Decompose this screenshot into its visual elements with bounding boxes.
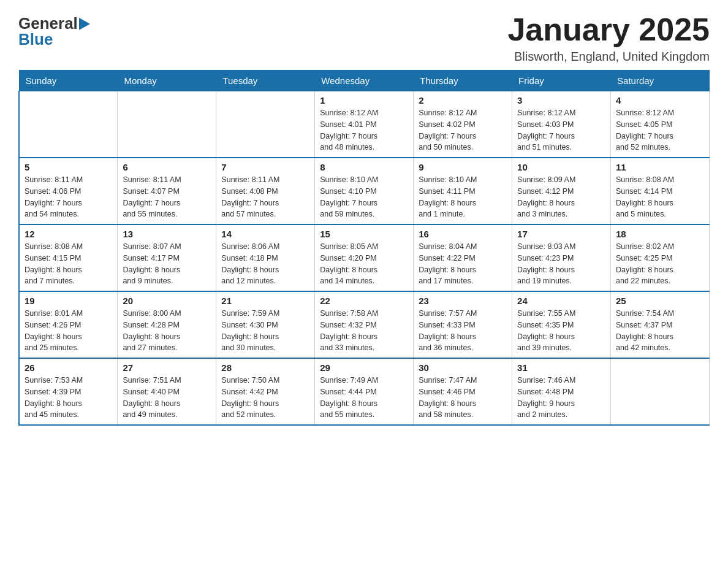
header: General Blue January 2025 Blisworth, Eng… — [18, 12, 710, 64]
title-area: January 2025 Blisworth, England, United … — [507, 12, 710, 64]
calendar-cell: 30Sunrise: 7:47 AM Sunset: 4:46 PM Dayli… — [414, 358, 512, 425]
logo-blue-text: Blue — [18, 30, 53, 48]
calendar-cell — [611, 358, 710, 425]
day-info: Sunrise: 7:55 AM Sunset: 4:35 PM Dayligh… — [517, 308, 605, 354]
day-info: Sunrise: 8:06 AM Sunset: 4:18 PM Dayligh… — [221, 241, 309, 287]
day-number: 10 — [517, 162, 605, 172]
calendar-cell — [19, 91, 118, 158]
calendar-cell: 25Sunrise: 7:54 AM Sunset: 4:37 PM Dayli… — [611, 291, 710, 358]
day-number: 18 — [616, 229, 704, 239]
day-info: Sunrise: 8:05 AM Sunset: 4:20 PM Dayligh… — [320, 241, 408, 287]
column-header-thursday: Thursday — [414, 71, 512, 91]
day-number: 20 — [123, 296, 211, 306]
day-number: 17 — [517, 229, 605, 239]
column-header-friday: Friday — [512, 71, 611, 91]
logo: General Blue — [18, 15, 90, 47]
day-number: 21 — [221, 296, 309, 306]
day-info: Sunrise: 7:57 AM Sunset: 4:33 PM Dayligh… — [419, 308, 507, 354]
calendar-week-row: 5Sunrise: 8:11 AM Sunset: 4:06 PM Daylig… — [19, 158, 710, 224]
day-info: Sunrise: 7:49 AM Sunset: 4:44 PM Dayligh… — [320, 375, 408, 421]
day-info: Sunrise: 8:08 AM Sunset: 4:14 PM Dayligh… — [616, 174, 704, 220]
calendar-cell: 24Sunrise: 7:55 AM Sunset: 4:35 PM Dayli… — [512, 291, 611, 358]
day-info: Sunrise: 8:10 AM Sunset: 4:11 PM Dayligh… — [419, 174, 507, 220]
column-header-saturday: Saturday — [611, 71, 710, 91]
day-info: Sunrise: 8:12 AM Sunset: 4:05 PM Dayligh… — [616, 107, 704, 153]
day-info: Sunrise: 8:04 AM Sunset: 4:22 PM Dayligh… — [419, 241, 507, 287]
column-header-wednesday: Wednesday — [315, 71, 414, 91]
day-info: Sunrise: 7:59 AM Sunset: 4:30 PM Dayligh… — [221, 308, 309, 354]
calendar-cell: 16Sunrise: 8:04 AM Sunset: 4:22 PM Dayli… — [414, 224, 512, 291]
calendar-cell: 19Sunrise: 8:01 AM Sunset: 4:26 PM Dayli… — [19, 291, 118, 358]
day-info: Sunrise: 8:12 AM Sunset: 4:03 PM Dayligh… — [517, 107, 605, 153]
day-info: Sunrise: 7:46 AM Sunset: 4:48 PM Dayligh… — [517, 375, 605, 421]
calendar-cell: 13Sunrise: 8:07 AM Sunset: 4:17 PM Dayli… — [118, 224, 216, 291]
day-info: Sunrise: 7:51 AM Sunset: 4:40 PM Dayligh… — [123, 375, 211, 421]
day-info: Sunrise: 8:09 AM Sunset: 4:12 PM Dayligh… — [517, 174, 605, 220]
day-number: 25 — [616, 296, 704, 306]
day-info: Sunrise: 8:02 AM Sunset: 4:25 PM Dayligh… — [616, 241, 704, 287]
calendar-cell: 7Sunrise: 8:11 AM Sunset: 4:08 PM Daylig… — [216, 158, 315, 224]
day-number: 7 — [221, 162, 309, 172]
calendar-cell: 20Sunrise: 8:00 AM Sunset: 4:28 PM Dayli… — [118, 291, 216, 358]
calendar-cell — [118, 91, 216, 158]
day-number: 22 — [320, 296, 408, 306]
day-number: 16 — [419, 229, 507, 239]
logo-arrow-icon — [79, 18, 90, 30]
calendar-cell: 9Sunrise: 8:10 AM Sunset: 4:11 PM Daylig… — [414, 158, 512, 224]
subtitle: Blisworth, England, United Kingdom — [507, 50, 710, 64]
day-info: Sunrise: 8:11 AM Sunset: 4:08 PM Dayligh… — [221, 174, 309, 220]
day-number: 1 — [320, 95, 408, 105]
calendar: SundayMondayTuesdayWednesdayThursdayFrid… — [18, 70, 710, 426]
calendar-cell: 23Sunrise: 7:57 AM Sunset: 4:33 PM Dayli… — [414, 291, 512, 358]
calendar-cell: 6Sunrise: 8:11 AM Sunset: 4:07 PM Daylig… — [118, 158, 216, 224]
svg-marker-0 — [79, 18, 90, 30]
day-info: Sunrise: 8:00 AM Sunset: 4:28 PM Dayligh… — [123, 308, 211, 354]
calendar-cell: 27Sunrise: 7:51 AM Sunset: 4:40 PM Dayli… — [118, 358, 216, 425]
calendar-cell: 28Sunrise: 7:50 AM Sunset: 4:42 PM Dayli… — [216, 358, 315, 425]
logo-general-text: General — [18, 15, 78, 31]
column-header-monday: Monday — [118, 71, 216, 91]
calendar-cell: 1Sunrise: 8:12 AM Sunset: 4:01 PM Daylig… — [315, 91, 414, 158]
calendar-cell: 14Sunrise: 8:06 AM Sunset: 4:18 PM Dayli… — [216, 224, 315, 291]
day-info: Sunrise: 8:07 AM Sunset: 4:17 PM Dayligh… — [123, 241, 211, 287]
day-number: 24 — [517, 296, 605, 306]
day-number: 27 — [123, 362, 211, 373]
calendar-cell: 12Sunrise: 8:08 AM Sunset: 4:15 PM Dayli… — [19, 224, 118, 291]
calendar-cell: 18Sunrise: 8:02 AM Sunset: 4:25 PM Dayli… — [611, 224, 710, 291]
calendar-cell: 4Sunrise: 8:12 AM Sunset: 4:05 PM Daylig… — [611, 91, 710, 158]
calendar-cell: 17Sunrise: 8:03 AM Sunset: 4:23 PM Dayli… — [512, 224, 611, 291]
calendar-cell: 5Sunrise: 8:11 AM Sunset: 4:06 PM Daylig… — [19, 158, 118, 224]
calendar-cell: 22Sunrise: 7:58 AM Sunset: 4:32 PM Dayli… — [315, 291, 414, 358]
calendar-header-row: SundayMondayTuesdayWednesdayThursdayFrid… — [19, 71, 710, 91]
calendar-week-row: 12Sunrise: 8:08 AM Sunset: 4:15 PM Dayli… — [19, 224, 710, 291]
calendar-cell: 10Sunrise: 8:09 AM Sunset: 4:12 PM Dayli… — [512, 158, 611, 224]
day-number: 14 — [221, 229, 309, 239]
day-info: Sunrise: 8:12 AM Sunset: 4:02 PM Dayligh… — [419, 107, 507, 153]
day-info: Sunrise: 7:53 AM Sunset: 4:39 PM Dayligh… — [25, 375, 112, 421]
day-number: 31 — [517, 362, 605, 373]
day-info: Sunrise: 7:54 AM Sunset: 4:37 PM Dayligh… — [616, 308, 704, 354]
calendar-cell: 15Sunrise: 8:05 AM Sunset: 4:20 PM Dayli… — [315, 224, 414, 291]
day-number: 3 — [517, 95, 605, 105]
day-number: 13 — [123, 229, 211, 239]
calendar-cell: 2Sunrise: 8:12 AM Sunset: 4:02 PM Daylig… — [414, 91, 512, 158]
day-info: Sunrise: 8:08 AM Sunset: 4:15 PM Dayligh… — [25, 241, 112, 287]
column-header-sunday: Sunday — [19, 71, 118, 91]
column-header-tuesday: Tuesday — [216, 71, 315, 91]
day-number: 19 — [25, 296, 112, 306]
day-number: 29 — [320, 362, 408, 373]
calendar-cell: 31Sunrise: 7:46 AM Sunset: 4:48 PM Dayli… — [512, 358, 611, 425]
day-number: 6 — [123, 162, 211, 172]
calendar-week-row: 26Sunrise: 7:53 AM Sunset: 4:39 PM Dayli… — [19, 358, 710, 425]
day-number: 15 — [320, 229, 408, 239]
calendar-week-row: 19Sunrise: 8:01 AM Sunset: 4:26 PM Dayli… — [19, 291, 710, 358]
calendar-cell: 11Sunrise: 8:08 AM Sunset: 4:14 PM Dayli… — [611, 158, 710, 224]
day-number: 26 — [25, 362, 112, 373]
calendar-week-row: 1Sunrise: 8:12 AM Sunset: 4:01 PM Daylig… — [19, 91, 710, 158]
day-info: Sunrise: 8:01 AM Sunset: 4:26 PM Dayligh… — [25, 308, 112, 354]
day-number: 12 — [25, 229, 112, 239]
calendar-cell — [216, 91, 315, 158]
day-number: 30 — [419, 362, 507, 373]
day-info: Sunrise: 8:11 AM Sunset: 4:07 PM Dayligh… — [123, 174, 211, 220]
day-number: 28 — [221, 362, 309, 373]
